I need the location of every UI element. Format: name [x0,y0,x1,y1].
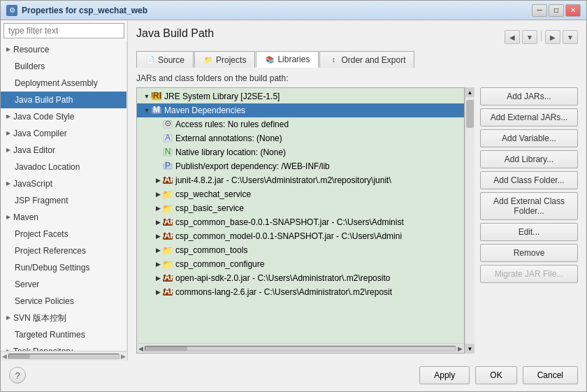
tree-item-commons-lang[interactable]: ▶ JAR commons-lang-2.6.jar - C:\Users\Ad… [137,285,464,299]
tree-item-label: csp_basic_service [175,203,244,213]
sidebar-item-service-policies[interactable]: Service Policies [1,293,126,310]
help-button[interactable]: ? [9,367,26,384]
content-area: ▶ Resource Builders Deployment Assembly … [1,20,586,361]
tab-order-export[interactable]: ↕ Order and Export [319,51,414,68]
hscroll-right-arrow[interactable]: ▶ [458,345,463,352]
sidebar-item-label: Java Build Path [15,95,73,105]
vscroll-down-button[interactable]: ▼ [465,344,474,354]
vscroll-up-button[interactable]: ▲ [465,87,474,97]
sidebar-item-resource[interactable]: ▶ Resource [1,41,126,58]
jar-icon: JAR [162,217,173,227]
tree-item-maven-deps[interactable]: ▼ M Maven Dependencies [137,103,464,117]
add-library-button[interactable]: Add Library... [480,150,578,168]
add-ext-class-folder-button[interactable]: Add External Class Folder... [480,192,578,220]
tree-expand-arrow[interactable]: ▶ [154,233,162,240]
edit-button[interactable]: Edit... [480,223,578,241]
filter-input[interactable] [3,23,124,38]
tree-content[interactable]: ▼ JRE JRE System Library [J2SE-1.5] [137,88,464,343]
back-button[interactable]: ◀ [505,30,520,44]
tree-item-jre[interactable]: ▼ JRE JRE System Library [J2SE-1.5] [137,89,464,103]
tree-item-publish[interactable]: P Publish/export dependency: /WEB-INF/li… [137,159,464,173]
remove-button[interactable]: Remove [480,244,578,262]
sidebar-item-java-editor[interactable]: ▶ Java Editor [1,142,126,159]
hscroll-left-arrow[interactable]: ◀ [138,345,143,352]
page-title: Java Build Path [136,27,214,40]
source-tab-icon: 📄 [145,55,155,65]
main-window: ⚙ Properties for csp_wechat_web ─ □ ✕ ▶ … [0,0,587,392]
hscroll-thumb [9,354,30,358]
tree-expand-arrow[interactable]: ▶ [154,289,162,296]
tree-item-ext-ann[interactable]: A External annotations: (None) [137,131,464,145]
add-jars-button[interactable]: Add JARs... [480,87,578,106]
sidebar-item-run-debug[interactable]: Run/Debug Settings [1,259,126,276]
tree-item-access-rules[interactable]: ⚙ Access rules: No rules defined [137,117,464,131]
tree-expand-arrow[interactable]: ▶ [154,205,162,212]
ok-button[interactable]: OK [475,366,516,384]
expand-arrow: ▶ [6,43,10,56]
rule-icon: ⚙ [162,119,173,129]
sidebar-item-jsp[interactable]: JSP Fragment [1,192,126,209]
tree-expand-arrow[interactable]: ▶ [154,177,162,184]
sidebar-item-project-facets[interactable]: Project Facets [1,226,126,242]
add-class-folder-button[interactable]: Add Class Folder... [480,171,578,189]
tree-expand-arrow[interactable]: ▶ [154,191,162,198]
sidebar-item-java-compiler[interactable]: ▶ Java Compiler [1,125,126,142]
tab-source[interactable]: 📄 Source [136,51,194,68]
tree-item-csp-common-model[interactable]: ▶ JAR csp_common_model-0.0.1-SNAPSHOT.ja… [137,229,464,243]
sidebar-item-deployment[interactable]: Deployment Assembly [1,75,126,92]
apply-button[interactable]: Apply [419,366,470,384]
sidebar-item-svn[interactable]: ▶ SVN 版本控制 [1,310,126,326]
tree-expand-arrow[interactable]: ▶ [154,219,162,226]
tree-item-csp-wechat[interactable]: ▶ 📁 csp_wechat_service [137,187,464,201]
add-variable-button[interactable]: Add Variable... [480,129,578,147]
svg-text:JAR: JAR [163,176,173,184]
tree-item-csp-common-base[interactable]: ▶ JAR csp_common_base-0.0.1-SNAPSHOT.jar… [137,215,464,229]
expand-arrow: ▶ [6,211,10,224]
dropdown2-button[interactable]: ▼ [563,30,578,44]
tree-expand-arrow[interactable]: ▶ [154,261,162,268]
tree-expand-arrow[interactable]: ▶ [154,247,162,254]
tab-projects[interactable]: 📁 Projects [194,51,255,68]
sidebar-item-task-repository[interactable]: ▶ Task Repository [1,343,126,351]
sidebar-item-java-build-path[interactable]: Java Build Path [1,92,126,108]
sidebar-item-server[interactable]: Server [1,276,126,293]
tree-item-csp-configure[interactable]: ▶ 📁 csp_common_configure [137,257,464,271]
tree-hscroll: ◀ ▶ [137,343,464,353]
tab-libraries[interactable]: 📚 Libraries [256,51,319,68]
sidebar-item-builders[interactable]: Builders [1,58,126,75]
tree-item-csp-tools[interactable]: ▶ 📁 csp_common_tools [137,243,464,257]
tree-expand-arrow[interactable]: ▼ [143,107,151,114]
tree-item-native-lib[interactable]: N Native library location: (None) [137,145,464,159]
svg-text:N: N [165,148,171,157]
sidebar-item-project-references[interactable]: Project References [1,242,126,259]
migrate-jar-button[interactable]: Migrate JAR File... [480,265,578,283]
tree-item-open-api[interactable]: ▶ JAR open-api-sdk-2.0.jar - C:\Users\Ad… [137,271,464,285]
minimize-button[interactable]: ─ [532,4,547,17]
maximize-button[interactable]: □ [549,4,564,17]
tree-item-label: Access rules: No rules defined [175,119,289,129]
titlebar-controls: ─ □ ✕ [532,4,581,17]
dropdown-button[interactable]: ▼ [522,30,537,44]
scroll-right-icon[interactable]: ▶ [121,353,126,360]
forward-button[interactable]: ▶ [545,30,560,44]
nav-row: Java Build Path ◀ ▼ ▶ ▼ [136,27,578,47]
tree-expand-arrow[interactable]: ▶ [154,275,162,282]
publish-icon: P [162,161,173,171]
vscroll-track [465,97,474,344]
cancel-button[interactable]: Cancel [523,366,578,384]
sidebar-item-javascript[interactable]: ▶ JavaScript [1,175,126,192]
sidebar-item-label: Resource [13,43,49,56]
tree-item-junit[interactable]: ▶ JAR junit-4.8.2.jar - C:\Users\Adminis… [137,173,464,187]
add-external-jars-button[interactable]: Add External JARs... [480,108,578,126]
sidebar-item-javadoc[interactable]: Javadoc Location [1,159,126,175]
sidebar-item-maven[interactable]: ▶ Maven [1,209,126,226]
maven-dep-icon: M [151,106,162,115]
sidebar-item-targeted-runtimes[interactable]: Targeted Runtimes [1,326,126,343]
tree-expand-arrow[interactable]: ▼ [143,93,151,100]
sidebar-item-java-code-style[interactable]: ▶ Java Code Style [1,108,126,125]
close-button[interactable]: ✕ [565,4,581,17]
tree-item-csp-basic[interactable]: ▶ 📁 csp_basic_service [137,201,464,215]
tab-bar: 📄 Source 📁 Projects 📚 Libraries ↕ Order … [136,51,578,68]
scroll-left-icon[interactable]: ◀ [2,353,7,360]
tree-item-label: Publish/export dependency: /WEB-INF/lib [175,161,330,171]
